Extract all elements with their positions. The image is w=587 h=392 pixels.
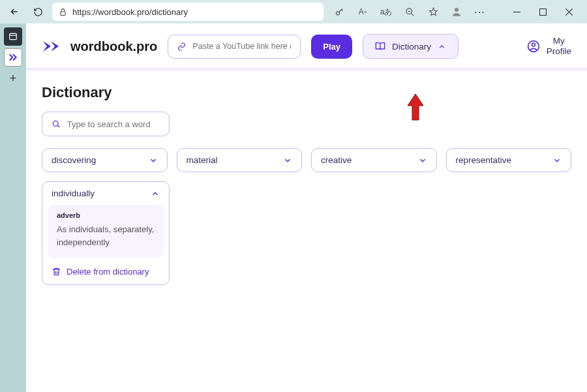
chevron-down-icon	[283, 156, 292, 165]
zoom-out-icon[interactable]	[399, 3, 420, 21]
close-button[interactable]	[556, 3, 582, 21]
word-pos: adverb	[57, 211, 155, 219]
search-box[interactable]	[42, 112, 170, 136]
search-icon	[52, 119, 61, 129]
arrow-left-icon	[9, 7, 20, 17]
back-button[interactable]	[5, 3, 23, 21]
delete-word-button[interactable]: Delete from dictionary	[42, 263, 169, 284]
profile-label-2: Profile	[547, 46, 571, 57]
page-title: Dictionary	[42, 84, 571, 101]
tab-new[interactable]: +	[4, 69, 22, 87]
minimize-button[interactable]	[504, 3, 530, 21]
read-aloud-icon[interactable]: A»	[352, 3, 373, 21]
profile-label-1: My	[547, 36, 571, 46]
word-label: discovering	[52, 155, 96, 165]
main-content: Dictionary discovering material creative	[26, 72, 587, 297]
dictionary-toggle[interactable]: Dictionary	[363, 34, 459, 59]
svg-point-3	[455, 8, 459, 12]
word-chip-representative[interactable]: representative	[446, 148, 572, 172]
svg-point-8	[53, 121, 58, 126]
app-header: wordbook.pro Play Dictionary My Profile	[26, 23, 587, 68]
word-card-body: adverb As individuals, separately, indep…	[48, 205, 164, 258]
panel-icon	[8, 32, 18, 41]
word-label: representative	[456, 155, 512, 165]
wordbook-chevrons-icon	[8, 52, 18, 63]
svg-rect-4	[539, 8, 546, 15]
chevron-up-icon	[151, 189, 160, 198]
svg-rect-0	[61, 11, 66, 14]
trash-icon	[52, 267, 61, 277]
refresh-button[interactable]	[29, 3, 47, 21]
word-definition: As individuals, separately, independentl…	[57, 223, 155, 249]
browser-toolbar: A» aあ ···	[0, 0, 587, 23]
word-label: material	[187, 155, 218, 165]
more-icon[interactable]: ···	[470, 3, 490, 21]
maximize-button[interactable]	[530, 3, 556, 21]
link-icon	[177, 42, 186, 52]
tab-wordbook[interactable]	[4, 48, 22, 67]
lock-icon	[59, 8, 67, 16]
word-row: discovering material creative representa…	[42, 148, 571, 172]
svg-rect-5	[10, 33, 17, 39]
window-controls	[504, 3, 582, 21]
book-icon	[375, 41, 385, 52]
chevron-up-icon	[438, 42, 446, 51]
word-chip-creative[interactable]: creative	[311, 148, 437, 172]
account-icon[interactable]	[446, 3, 467, 21]
refresh-icon	[33, 7, 43, 17]
logo-text: wordbook.pro	[70, 39, 157, 54]
svg-point-7	[532, 43, 535, 46]
word-card-individually: individually adverb As individuals, sepa…	[42, 181, 170, 285]
app-logo[interactable]: wordbook.pro	[42, 38, 157, 54]
user-circle-icon	[527, 40, 540, 53]
word-card-title: individually	[52, 188, 95, 198]
logo-icon	[42, 38, 67, 54]
word-card-header[interactable]: individually	[42, 182, 169, 205]
delete-label: Delete from dictionary	[67, 267, 149, 277]
url-input[interactable]	[72, 7, 317, 17]
page-viewport: wordbook.pro Play Dictionary My Profile	[26, 23, 587, 392]
dictionary-toggle-label: Dictionary	[392, 42, 431, 52]
vertical-tabstrip: +	[0, 23, 26, 392]
word-label: creative	[321, 155, 352, 165]
search-input[interactable]	[67, 119, 160, 129]
key-icon[interactable]	[329, 3, 350, 21]
chevron-down-icon	[149, 156, 158, 165]
translate-icon[interactable]: aあ	[376, 3, 397, 21]
svg-point-1	[336, 11, 339, 14]
paste-link-box[interactable]	[168, 35, 301, 59]
word-chip-discovering[interactable]: discovering	[42, 148, 168, 172]
chevron-down-icon	[552, 156, 562, 165]
tab-collections[interactable]	[4, 27, 22, 46]
paste-link-input[interactable]	[192, 42, 291, 51]
address-bar[interactable]	[52, 3, 324, 21]
chevron-down-icon	[418, 156, 427, 165]
profile-link[interactable]: My Profile	[527, 36, 571, 56]
favorite-icon[interactable]	[423, 3, 444, 21]
word-chip-material[interactable]: material	[177, 148, 303, 172]
play-button[interactable]: Play	[311, 35, 352, 59]
